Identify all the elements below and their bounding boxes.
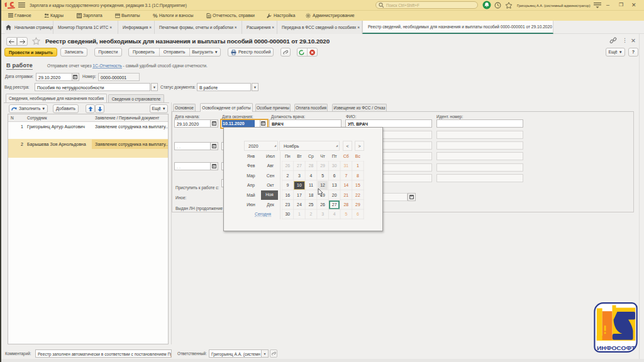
svg-text:ИНФОСОФТ: ИНФОСОФТ	[597, 345, 636, 351]
svg-text:%: %	[153, 13, 158, 18]
